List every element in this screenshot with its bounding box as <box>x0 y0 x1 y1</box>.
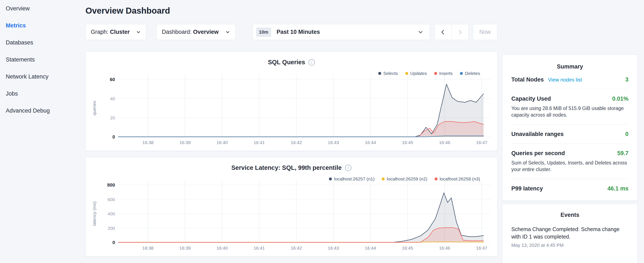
sidebar-item-overview[interactable]: Overview <box>0 0 86 17</box>
legend-dot <box>405 72 408 75</box>
summary-rows: Total NodesView nodes list3Capacity Used… <box>511 70 628 198</box>
summary-card: Summary Total NodesView nodes list3Capac… <box>502 55 638 201</box>
y-tick-label: 200 <box>108 226 115 231</box>
x-tick-label: 16:46 <box>439 245 450 250</box>
legend-label: Updates <box>410 71 427 76</box>
graph-dropdown-label: Graph: <box>91 29 108 35</box>
legend-label: localhost:26257 (n1) <box>334 176 374 181</box>
y-axis-unit-label: latency (ms) <box>92 201 97 226</box>
summary-label: Total Nodes <box>511 76 544 83</box>
x-tick-label: 16:41 <box>254 245 265 250</box>
dashboard-dropdown-value: Overview <box>193 29 218 35</box>
chart-card-service-latency: 16:3816:3916:4016:4116:4216:4316:4416:45… <box>86 157 497 256</box>
series-areas <box>118 193 484 242</box>
legend-item-localhost-26258-n3: localhost:26258 (n3) <box>434 176 480 181</box>
x-tick-label: 16:39 <box>180 245 191 250</box>
x-tick-label: 16:38 <box>142 245 154 250</box>
now-button[interactable]: Now <box>473 24 497 40</box>
summary-value: 0.01% <box>612 96 628 102</box>
summary-description: Sum of Selects, Updates, Inserts, and De… <box>511 160 628 173</box>
legend-item-inserts: Inserts <box>434 71 453 76</box>
legend-item-deletes: Deletes <box>460 71 480 76</box>
summary-value: 0 <box>625 131 628 137</box>
x-tick-label: 16:43 <box>328 245 339 250</box>
event-text: Schema Change Completed: Schema change w… <box>511 225 628 240</box>
legend-item-localhost-26257-n1: localhost:26257 (n1) <box>329 176 374 181</box>
y-axis-unit-label: queries <box>92 101 97 116</box>
chart-title: Service Latency: SQL, 99th percentile i <box>86 164 497 171</box>
sidebar: OverviewMetricsDatabasesStatementsNetwor… <box>0 0 86 263</box>
events-card: Events Schema Change Completed: Schema c… <box>502 204 638 263</box>
time-range-badge: 10m <box>256 28 271 37</box>
page-title: Overview Dashboard <box>86 6 497 16</box>
y-tick-label: 20 <box>110 115 115 120</box>
legend-item-localhost-26259-n2: localhost:26259 (n2) <box>382 176 427 181</box>
summary-row: P99 latency46.1 ms <box>511 179 628 198</box>
summary-row: Total NodesView nodes list3 <box>511 70 628 89</box>
time-range-selector[interactable]: 10m Past 10 Minutes <box>252 24 430 40</box>
legend-dot <box>382 177 384 180</box>
legend-dot <box>434 177 438 180</box>
graph-dropdown[interactable]: Graph: Cluster <box>86 24 146 40</box>
legend-item-updates: Updates <box>405 71 427 76</box>
sidebar-item-statements[interactable]: Statements <box>0 51 86 68</box>
events-title: Events <box>511 212 628 218</box>
chart-title: SQL Queries i <box>86 59 497 66</box>
sidebar-item-network-latency[interactable]: Network Latency <box>0 68 86 85</box>
legend-label: localhost:26258 (n3) <box>440 176 480 181</box>
chart-card-sql-queries: 16:3816:3916:4016:4116:4216:4316:4416:45… <box>86 52 497 151</box>
y-tick-label: 0 <box>112 240 115 245</box>
summary-label: Queries per second <box>511 150 565 157</box>
x-tick-label: 16:45 <box>402 245 413 250</box>
time-step-buttons <box>434 24 468 40</box>
legend-label: Selects <box>383 71 398 76</box>
sidebar-item-jobs[interactable]: Jobs <box>0 85 86 102</box>
x-tick-label: 16:40 <box>217 245 228 250</box>
service-latency-plot[interactable]: 16:3816:3916:4016:4116:4216:4316:4416:45… <box>86 157 497 256</box>
legend-label: Inserts <box>439 71 453 76</box>
graph-dropdown-value: Cluster <box>110 29 130 35</box>
chevron-left-icon <box>440 29 446 35</box>
x-tick-label: 16:47 <box>476 140 487 145</box>
info-icon[interactable]: i <box>345 165 352 171</box>
series-lines <box>118 84 484 137</box>
event-timestamp: May 13, 2020 at 4:45 PM <box>511 242 628 248</box>
summary-label: Unavailable ranges <box>511 131 564 137</box>
legend-label: localhost:26259 (n2) <box>387 176 427 181</box>
legend-dot <box>434 72 437 75</box>
x-tick-label: 16:47 <box>476 245 487 250</box>
x-tick-label: 16:40 <box>217 140 228 145</box>
x-tick-label: 16:42 <box>291 245 302 250</box>
sidebar-item-databases[interactable]: Databases <box>0 34 86 51</box>
legend-dot <box>329 177 332 180</box>
summary-row-head: Queries per second59.7 <box>511 150 628 157</box>
y-tick-label: 800 <box>107 182 115 188</box>
summary-row: Unavailable ranges0 <box>511 124 628 144</box>
chevron-down-icon <box>417 29 424 35</box>
dashboard-dropdown[interactable]: Dashboard: Overview <box>156 24 236 40</box>
chart-title-text: SQL Queries <box>268 59 305 66</box>
x-tick-label: 16:39 <box>180 140 191 145</box>
info-icon[interactable]: i <box>308 59 315 66</box>
sidebar-item-metrics[interactable]: Metrics <box>0 17 86 34</box>
legend-dot <box>378 72 381 75</box>
series-area-inserts <box>118 122 484 137</box>
summary-title: Summary <box>511 63 628 70</box>
sql-queries-plot[interactable]: 16:3816:3916:4016:4116:4216:4316:4416:45… <box>86 52 497 151</box>
summary-row: Capacity Used0.01%You are using 28.6 MiB… <box>511 89 628 124</box>
chart-title-text: Service Latency: SQL, 99th percentile <box>231 164 342 171</box>
previous-time-window-button[interactable] <box>434 24 452 40</box>
dashboard-dropdown-text: Dashboard: Overview <box>162 29 218 35</box>
graph-dropdown-text: Graph: Cluster <box>91 29 130 35</box>
sidebar-item-advanced-debug[interactable]: Advanced Debug <box>0 102 86 119</box>
summary-value: 46.1 ms <box>608 185 628 192</box>
summary-row-head: Capacity Used0.01% <box>511 96 628 102</box>
legend-dot <box>460 72 463 75</box>
y-tick-label: 600 <box>108 197 115 202</box>
view-nodes-link[interactable]: View nodes list <box>548 77 582 83</box>
main-content: Overview Dashboard Graph: Cluster Dashbo… <box>86 0 497 256</box>
y-tick-label: 0 <box>112 134 115 140</box>
next-time-window-button[interactable] <box>452 24 468 40</box>
legend-label: Deletes <box>465 71 480 76</box>
x-tick-label: 16:46 <box>439 140 450 145</box>
